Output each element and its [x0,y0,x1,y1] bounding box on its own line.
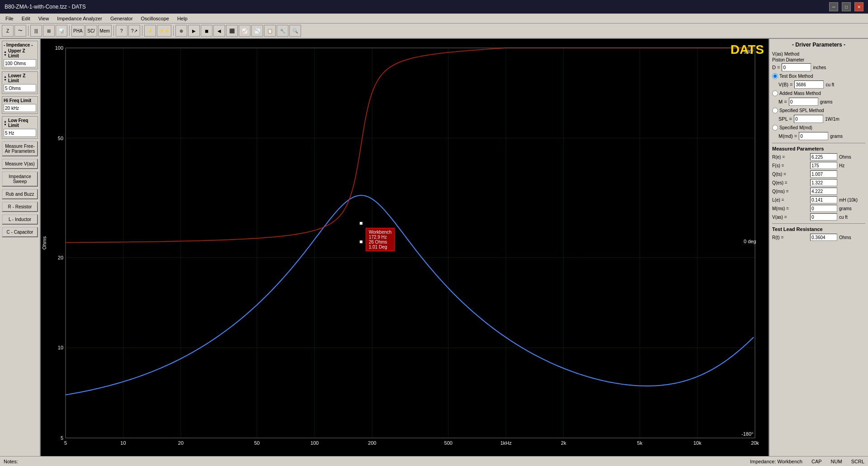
rub-buzz-button[interactable]: Rub and Buzz [2,189,38,199]
toolbar-pha[interactable]: PHA [71,25,85,37]
d-label: D = [772,65,780,70]
mmd-input[interactable] [799,132,828,140]
low-freq-up[interactable]: ▲ [4,120,7,123]
toolbar-misc7[interactable]: 📉 [251,25,263,37]
upper-z-label: ▲ ▼ Upper Z Limit [4,48,36,58]
vb-unit: cu ft [826,82,834,87]
menu-generator[interactable]: Generator [107,15,137,22]
scrl-indicator: SCRL [851,459,864,464]
le-row: L(e) = 0.141 mH (10k) [772,196,865,203]
vas-label: V(as) = [772,215,808,220]
spl-radio-btn[interactable] [772,108,778,113]
spl-input[interactable] [794,115,823,123]
low-freq-down[interactable]: ▼ [4,123,7,126]
lower-z-up[interactable]: ▲ [4,75,7,78]
impedance-sweep-button[interactable]: Impedance Sweep [2,171,38,187]
toolbar-wave-btn[interactable]: 〜 [14,25,26,37]
left-panel: - Impedance - ▲ ▼ Upper Z Limit ▲ ▼ Lowe… [0,39,41,456]
upper-z-up[interactable]: ▲ [4,50,7,53]
toolbar-misc2[interactable]: ▶ [188,25,200,37]
c-capacitor-button[interactable]: C - Capacitor [2,227,38,237]
low-freq-group: ▲ ▼ Low Freq Limit [2,116,38,139]
mms-unit: grams [839,206,852,211]
spl-label: SPL = [778,116,792,122]
impedance-upper-group: - Impedance - ▲ ▼ Upper Z Limit [2,41,38,69]
spl-radio: Specified SPL Method [772,108,865,113]
le-value: 0.141 [810,196,837,203]
toolbar-misc3[interactable]: ◼ [201,25,212,37]
low-freq-input[interactable] [4,129,36,137]
menu-impedance-analyzer[interactable]: Impedance Analyzer [53,15,106,22]
piston-diameter-label: Piston Diameter [772,57,865,62]
r-resistor-button[interactable]: R - Resistor [2,202,38,212]
toolbar-gen2[interactable]: ⚡⚡ [157,25,171,37]
mmd-radio-btn[interactable] [772,125,778,131]
toolbar-misc1[interactable]: ⊕ [175,25,187,37]
qes-value: 1.322 [810,179,837,186]
mmd-radio-label: Specified M(md) [779,125,812,130]
d-input[interactable] [782,63,811,71]
hi-freq-input[interactable] [4,104,36,112]
test-box-radio-btn[interactable] [772,73,778,79]
upper-z-input[interactable] [4,59,36,67]
toolbar-z-btn[interactable]: Z [2,25,14,37]
m-input[interactable] [789,98,818,106]
toolbar-misc8[interactable]: 📋 [264,25,276,37]
toolbar-misc6[interactable]: 📈 [239,25,250,37]
toolbar-misc10[interactable]: 🔍 [289,25,301,37]
cap-indicator: CAP [811,459,822,464]
menu-help[interactable]: Help [174,15,191,22]
lower-z-input[interactable] [4,84,36,92]
toolbar-mem[interactable]: Mem [98,25,112,37]
title-bar: B80-ZMA-1-with-Cone.tzz - DATS ─ □ ✕ [0,0,868,14]
qes-row: Q(es) = 1.322 [772,179,865,186]
toolbar-help-q[interactable]: ? [116,25,127,37]
rt-value: 0.3604 [810,234,837,241]
qts-value: 1.007 [810,170,837,178]
menu-oscilloscope[interactable]: Oscilloscope [137,15,173,22]
toolbar-gen1[interactable]: ⚡ [144,25,156,37]
dats-logo: DATS [731,42,764,57]
test-lead-title: Test Lead Resistance [772,226,865,232]
lower-z-label: ▲ ▼ Lower Z Limit [4,73,36,83]
vb-input[interactable] [794,80,824,89]
menu-edit[interactable]: Edit [18,15,34,22]
mmd-row: M(md) = grams [778,132,865,140]
toolbar-misc9[interactable]: 🔧 [277,25,288,37]
lower-z-group: ▲ ▼ Lower Z Limit [2,71,38,94]
added-mass-radio-btn[interactable] [772,90,778,96]
low-freq-label: ▲ ▼ Low Freq Limit [4,118,36,128]
upper-z-down[interactable]: ▼ [4,53,7,56]
close-button[interactable]: ✕ [854,2,863,11]
maximize-button[interactable]: □ [842,2,851,11]
mms-row: M(ms) = 0 grams [772,205,865,212]
mms-label: M(ms) = [772,206,808,211]
minimize-button[interactable]: ─ [829,2,838,11]
toolbar-bars1[interactable]: ||| [30,25,42,37]
menu-view[interactable]: View [35,15,53,22]
vb-label: V(B) = [778,82,793,87]
measure-free-air-button[interactable]: Measure Free-Air Parameters [2,141,38,156]
toolbar-misc5[interactable]: ⬛ [226,25,238,37]
m-unit: grams [820,99,833,104]
fs-unit: Hz [839,163,844,168]
toolbar-bars2[interactable]: ⊞ [43,25,55,37]
menu-file[interactable]: File [2,15,17,22]
lower-z-down[interactable]: ▼ [4,78,7,81]
toolbar-sc[interactable]: SC/ [85,25,97,37]
fs-value: 175 [810,162,837,169]
l-inductor-button[interactable]: L - Inductor [2,214,38,225]
mms-value: 0 [810,205,837,212]
num-indicator: NUM [831,459,842,464]
re-unit: Ohms [839,155,851,160]
m-row: M = grams [778,98,865,106]
added-mass-label: Added Mass Method [779,91,821,96]
main-area: - Impedance - ▲ ▼ Upper Z Limit ▲ ▼ Lowe… [0,39,868,456]
toolbar-bars3[interactable]: 📊 [56,25,67,37]
mmd-unit: grams [830,134,843,139]
toolbar-help-qmark[interactable]: ?↗ [128,25,140,37]
qms-label: Q(ms) = [772,189,808,194]
measure-vas-button[interactable]: Measure V(as) [2,159,38,169]
window-title: B80-ZMA-1-with-Cone.tzz - DATS [5,4,829,10]
toolbar-misc4[interactable]: ◀ [213,25,225,37]
